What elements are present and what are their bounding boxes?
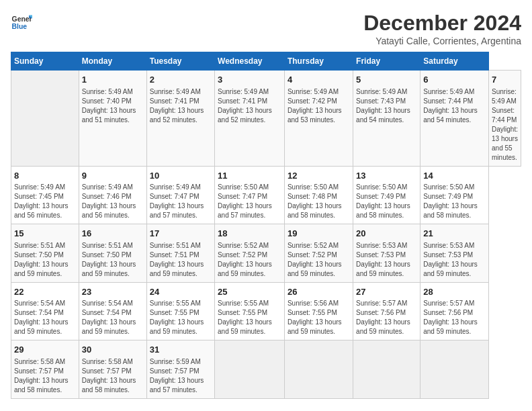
day-number: 20 [356,228,417,240]
table-row: 25Sunrise: 5:55 AMSunset: 7:55 PMDayligh… [215,282,285,340]
day-number: 11 [218,170,281,182]
day-info: Sunrise: 5:49 AMSunset: 7:41 PMDaylight:… [150,87,212,125]
day-info: Sunrise: 5:49 AMSunset: 7:42 PMDaylight:… [287,87,350,125]
day-info: Sunrise: 5:52 AMSunset: 7:52 PMDaylight:… [218,241,281,279]
table-row: 15Sunrise: 5:51 AMSunset: 7:50 PMDayligh… [11,224,79,283]
day-info: Sunrise: 5:49 AMSunset: 7:40 PMDaylight:… [82,87,144,125]
day-number: 19 [287,228,350,240]
calendar-week-row: 1Sunrise: 5:49 AMSunset: 7:40 PMDaylight… [11,71,521,167]
day-number: 13 [356,170,417,182]
table-row: 29Sunrise: 5:58 AMSunset: 7:57 PMDayligh… [11,340,79,399]
table-row: 23Sunrise: 5:54 AMSunset: 7:54 PMDayligh… [79,282,146,340]
page-header: General Blue December 2024 Yatayti Calle… [11,11,521,46]
day-number: 16 [82,228,144,240]
table-row: 20Sunrise: 5:53 AMSunset: 7:53 PMDayligh… [353,224,420,283]
table-row: 2Sunrise: 5:49 AMSunset: 7:41 PMDaylight… [146,71,214,167]
day-number: 23 [82,286,144,298]
day-info: Sunrise: 5:57 AMSunset: 7:56 PMDaylight:… [356,299,417,336]
day-info: Sunrise: 5:59 AMSunset: 7:57 PMDaylight:… [150,357,212,395]
day-number: 5 [356,74,417,86]
col-sunday: Sunday [11,52,79,71]
table-row: 11Sunrise: 5:50 AMSunset: 7:47 PMDayligh… [215,166,285,224]
day-number: 10 [150,170,212,182]
calendar-header-row: Sunday Monday Tuesday Wednesday Thursday… [11,52,521,71]
day-number: 15 [14,228,76,240]
day-info: Sunrise: 5:55 AMSunset: 7:55 PMDaylight:… [150,299,212,336]
day-info: Sunrise: 5:49 AMSunset: 7:44 PMDaylight:… [423,87,486,125]
day-number: 28 [423,286,486,298]
day-number: 30 [82,344,144,356]
table-row: 16Sunrise: 5:51 AMSunset: 7:50 PMDayligh… [79,224,146,283]
logo: General Blue [11,11,32,32]
table-row: 5Sunrise: 5:49 AMSunset: 7:43 PMDaylight… [353,71,420,167]
table-row: 13Sunrise: 5:50 AMSunset: 7:49 PMDayligh… [353,166,420,224]
day-info: Sunrise: 5:51 AMSunset: 7:50 PMDaylight:… [14,241,76,279]
day-number: 25 [218,286,281,298]
col-monday: Monday [79,52,146,71]
table-row: 10Sunrise: 5:49 AMSunset: 7:47 PMDayligh… [146,166,214,224]
day-info: Sunrise: 5:49 AMSunset: 7:44 PMDaylight:… [492,87,518,163]
calendar-week-row: 29Sunrise: 5:58 AMSunset: 7:57 PMDayligh… [11,340,521,399]
table-row: 31Sunrise: 5:59 AMSunset: 7:57 PMDayligh… [146,340,214,399]
day-info: Sunrise: 5:55 AMSunset: 7:55 PMDaylight:… [218,299,281,336]
day-number: 12 [287,170,350,182]
table-row [11,71,79,167]
table-row: 27Sunrise: 5:57 AMSunset: 7:56 PMDayligh… [353,282,420,340]
day-info: Sunrise: 5:58 AMSunset: 7:57 PMDaylight:… [82,357,144,395]
day-number: 1 [82,74,144,86]
day-number: 9 [82,170,144,182]
col-thursday: Thursday [284,52,353,71]
table-row: 12Sunrise: 5:50 AMSunset: 7:48 PMDayligh… [284,166,353,224]
table-row [353,340,420,399]
col-friday: Friday [353,52,420,71]
table-row: 4Sunrise: 5:49 AMSunset: 7:42 PMDaylight… [284,71,353,167]
day-number: 24 [150,286,212,298]
day-number: 31 [150,344,212,356]
day-info: Sunrise: 5:50 AMSunset: 7:49 PMDaylight:… [423,183,486,220]
day-info: Sunrise: 5:49 AMSunset: 7:41 PMDaylight:… [218,87,281,125]
table-row: 21Sunrise: 5:53 AMSunset: 7:53 PMDayligh… [420,224,489,283]
day-number: 8 [14,170,76,182]
table-row: 19Sunrise: 5:52 AMSunset: 7:52 PMDayligh… [284,224,353,283]
table-row: 8Sunrise: 5:49 AMSunset: 7:45 PMDaylight… [11,166,79,224]
table-row: 3Sunrise: 5:49 AMSunset: 7:41 PMDaylight… [215,71,285,167]
day-info: Sunrise: 5:54 AMSunset: 7:54 PMDaylight:… [14,299,76,336]
day-info: Sunrise: 5:49 AMSunset: 7:47 PMDaylight:… [150,183,212,220]
day-info: Sunrise: 5:53 AMSunset: 7:53 PMDaylight:… [423,241,486,279]
day-number: 29 [14,344,76,356]
day-number: 14 [423,170,486,182]
day-number: 17 [150,228,212,240]
calendar-title: December 2024 [363,11,521,36]
day-number: 7 [492,74,518,86]
table-row: 1Sunrise: 5:49 AMSunset: 7:40 PMDaylight… [79,71,146,167]
day-number: 6 [423,74,486,86]
day-info: Sunrise: 5:56 AMSunset: 7:55 PMDaylight:… [287,299,350,336]
day-info: Sunrise: 5:50 AMSunset: 7:49 PMDaylight:… [356,183,417,220]
table-row: 24Sunrise: 5:55 AMSunset: 7:55 PMDayligh… [146,282,214,340]
col-wednesday: Wednesday [215,52,285,71]
title-block: December 2024 Yatayti Calle, Corrientes,… [363,11,521,46]
table-row: 6Sunrise: 5:49 AMSunset: 7:44 PMDaylight… [420,71,489,167]
day-info: Sunrise: 5:49 AMSunset: 7:46 PMDaylight:… [82,183,144,220]
day-info: Sunrise: 5:52 AMSunset: 7:52 PMDaylight:… [287,241,350,279]
calendar-table: Sunday Monday Tuesday Wednesday Thursday… [11,52,521,399]
day-info: Sunrise: 5:53 AMSunset: 7:53 PMDaylight:… [356,241,417,279]
table-row: 17Sunrise: 5:51 AMSunset: 7:51 PMDayligh… [146,224,214,283]
day-number: 22 [14,286,76,298]
day-number: 21 [423,228,486,240]
table-row [284,340,353,399]
table-row: 14Sunrise: 5:50 AMSunset: 7:49 PMDayligh… [420,166,489,224]
calendar-week-row: 22Sunrise: 5:54 AMSunset: 7:54 PMDayligh… [11,282,521,340]
day-info: Sunrise: 5:54 AMSunset: 7:54 PMDaylight:… [82,299,144,336]
logo-icon: General Blue [11,11,32,32]
table-row: 28Sunrise: 5:57 AMSunset: 7:56 PMDayligh… [420,282,489,340]
day-info: Sunrise: 5:57 AMSunset: 7:56 PMDaylight:… [423,299,486,336]
calendar-week-row: 8Sunrise: 5:49 AMSunset: 7:45 PMDaylight… [11,166,521,224]
table-row [420,340,489,399]
table-row: 9Sunrise: 5:49 AMSunset: 7:46 PMDaylight… [79,166,146,224]
table-row: 26Sunrise: 5:56 AMSunset: 7:55 PMDayligh… [284,282,353,340]
table-row: 30Sunrise: 5:58 AMSunset: 7:57 PMDayligh… [79,340,146,399]
day-number: 27 [356,286,417,298]
table-row [215,340,285,399]
col-saturday: Saturday [420,52,489,71]
